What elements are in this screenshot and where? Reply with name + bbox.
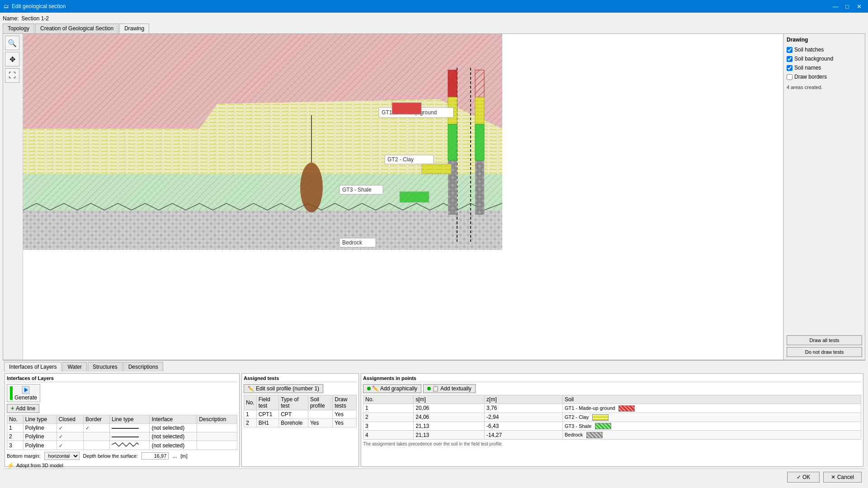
add-line-button[interactable]: + Add line — [7, 404, 39, 413]
svg-rect-32 — [475, 160, 484, 215]
soil-hatches-label: Soil hatches — [794, 47, 824, 53]
ok-button[interactable]: ✓ OK — [787, 472, 820, 483]
right-panel: Drawing Soil hatches Soil background Soi… — [783, 34, 865, 360]
margin-select[interactable]: horizontal — [44, 452, 80, 460]
minimize-button[interactable]: — — [830, 1, 841, 11]
svg-rect-26 — [475, 70, 484, 97]
bottom-content: Interfaces of Layers Generate — [3, 371, 865, 469]
title-bar: 🗂 Edit geological section — □ ✕ — [0, 0, 868, 13]
table-row[interactable]: 3 Polyline ✓ (not selected) — [7, 441, 237, 450]
tab-drawing[interactable]: Drawing — [119, 23, 149, 33]
lightning-icon: ⚡ — [7, 462, 14, 469]
generate-icon — [21, 385, 30, 394]
name-value: Section 1-2 — [21, 15, 49, 22]
margin-label: Bottom margin: — [7, 453, 41, 459]
soil-hatches-checkbox[interactable] — [787, 47, 793, 53]
pan-tool-button[interactable]: ✥ — [5, 52, 19, 66]
tab-water[interactable]: Water — [62, 362, 87, 371]
cancel-button[interactable]: ✕ Cancel — [823, 472, 862, 483]
soil-background-row: Soil background — [787, 56, 862, 62]
tab-bar: Topology Creation of Geological Section … — [3, 23, 865, 33]
draw-all-tests-button[interactable]: Draw all tests — [787, 335, 862, 345]
gt2-label: GT2 - Clay — [387, 156, 414, 163]
fit-tool-button[interactable]: ⛶ — [5, 68, 19, 83]
soil-hatches-row: Soil hatches — [787, 47, 862, 53]
table-row[interactable]: 4 21,13 -14,27 Bedrock — [363, 431, 861, 440]
tab-structures[interactable]: Structures — [88, 362, 123, 371]
zigzag-icon — [112, 442, 139, 447]
soil-swatch-1 — [618, 405, 635, 412]
depth-input[interactable] — [142, 452, 169, 460]
drawing-title: Drawing — [787, 37, 862, 43]
tests-col-no: No. — [244, 395, 257, 410]
adopt-from-3d-button[interactable]: Adopt from 3D model — [16, 463, 63, 468]
tab-interfaces-of-layers[interactable]: Interfaces of Layers — [4, 362, 61, 371]
col-description: Description — [197, 415, 237, 424]
generate-button[interactable]: Generate — [7, 384, 40, 402]
svg-marker-13 — [23, 174, 502, 210]
add-graphically-label: Add graphically — [380, 385, 417, 392]
col-closed: Closed — [57, 415, 84, 424]
draw-borders-row: Draw borders — [787, 74, 862, 80]
table-row[interactable]: 1 Polyline ✓ ✓ (not selected) — [7, 424, 237, 432]
draw-borders-label: Draw borders — [794, 74, 827, 80]
name-row: Name: Section 1-2 — [3, 15, 865, 22]
title-bar-title: 🗂 Edit geological section — [4, 3, 66, 9]
layers-panel-title: Interfaces of Layers — [7, 375, 237, 382]
soil-names-checkbox[interactable] — [787, 65, 793, 71]
bedrock-label: Bedrock — [342, 239, 363, 246]
table-row[interactable]: 1 20,06 3,76 GT1 - Made-up ground — [363, 404, 861, 413]
draw-tools-sidebar: 🔍 ✥ ⛶ — [3, 34, 23, 360]
table-row[interactable]: 2 BH1 Borehole Yes Yes — [244, 419, 357, 427]
assign-panel-title: Assignments in points — [363, 375, 861, 382]
add-graphically-icon: ✏️ — [372, 385, 379, 392]
svg-rect-44 — [400, 192, 429, 202]
green-dot-icon — [367, 387, 371, 390]
col-linetype2: Line type — [109, 415, 150, 424]
geological-canvas[interactable]: GT1 - Made-up ground GT2 - Clay GT3 - Sh… — [23, 34, 783, 360]
bottom-panel: Interfaces of Layers Water Structures De… — [3, 360, 865, 469]
pencil-icon: ✏️ — [248, 386, 254, 392]
svg-marker-15 — [23, 210, 502, 250]
soil-background-label: Soil background — [794, 56, 833, 62]
assign-col-z: z[m] — [485, 395, 563, 404]
soil-swatch-4 — [586, 432, 603, 438]
tab-descriptions[interactable]: Descriptions — [123, 362, 163, 371]
add-textually-icon: 📋 — [432, 385, 439, 392]
table-row[interactable]: 1 CPT1 CPT Yes — [244, 410, 357, 419]
window-title: Edit geological section — [12, 3, 66, 9]
soil-swatch-3 — [595, 423, 611, 429]
layers-table: No. Line type Closed Border Line type In… — [7, 415, 237, 450]
app-icon: 🗂 — [4, 3, 9, 9]
svg-rect-28 — [475, 97, 484, 124]
do-not-draw-tests-button[interactable]: Do not draw tests — [787, 347, 862, 357]
table-row[interactable]: 3 21,13 -6,43 GT3 - Shale — [363, 422, 861, 431]
add-graphically-button[interactable]: ✏️ Add graphically — [363, 384, 421, 393]
tab-creation[interactable]: Creation of Geological Section — [35, 23, 118, 33]
edit-profile-button[interactable]: ✏️ Edit soil profile (number 1) — [244, 384, 323, 393]
assign-note: The assignment takes precedence over the… — [363, 441, 861, 446]
close-button[interactable]: ✕ — [854, 1, 864, 11]
maximize-button[interactable]: □ — [842, 1, 853, 11]
draw-borders-checkbox[interactable] — [787, 74, 793, 80]
generate-label: Generate — [14, 394, 37, 401]
main-window: Name: Section 1-2 Topology Creation of G… — [0, 13, 868, 488]
depth-ellipsis: ... — [172, 453, 177, 459]
tests-col-type: Type of test — [279, 395, 308, 410]
tab-topology[interactable]: Topology — [3, 23, 34, 33]
col-no: No. — [7, 415, 24, 424]
svg-rect-40 — [392, 103, 421, 114]
col-border: Border — [84, 415, 110, 424]
svg-rect-42 — [422, 164, 451, 174]
table-row[interactable]: 2 24,06 -2,94 GT2 - Clay — [363, 413, 861, 422]
add-textually-button[interactable]: 📋 Add textually — [423, 384, 476, 393]
soil-swatch-2 — [592, 414, 609, 421]
layers-panel: Interfaces of Layers Generate — [5, 373, 240, 467]
svg-rect-30 — [475, 124, 484, 160]
add-line-label: Add line — [16, 405, 35, 412]
window-controls: — □ ✕ — [830, 1, 864, 11]
zoom-tool-button[interactable]: 🔍 — [5, 36, 19, 50]
layers-footer: Bottom margin: horizontal Depth below th… — [7, 450, 237, 460]
soil-background-checkbox[interactable] — [787, 56, 793, 62]
table-row[interactable]: 2 Polyline ✓ (not selected) — [7, 432, 237, 441]
